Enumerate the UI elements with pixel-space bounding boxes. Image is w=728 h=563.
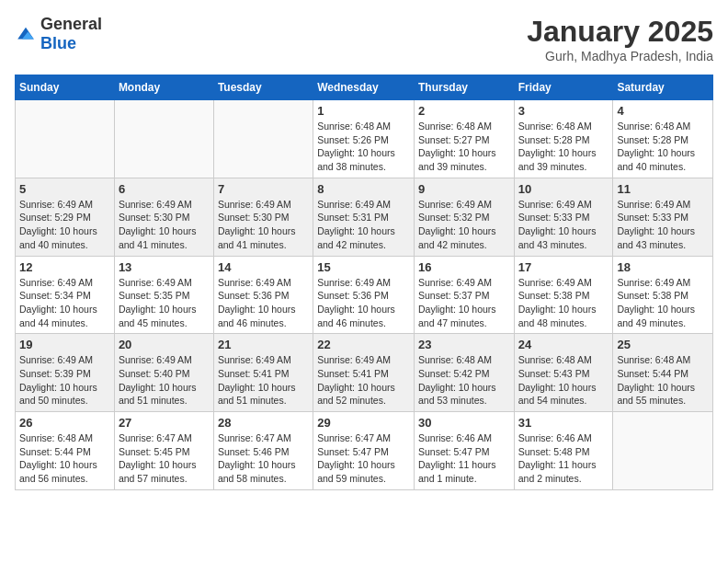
day-number: 24 (518, 338, 609, 351)
weekday-header-monday: Monday (114, 75, 213, 100)
day-number: 20 (119, 338, 210, 351)
day-number: 21 (218, 338, 309, 351)
weekday-header-friday: Friday (514, 75, 613, 100)
day-info: Sunrise: 6:48 AM Sunset: 5:27 PM Dayligh… (418, 120, 510, 174)
day-info: Sunrise: 6:49 AM Sunset: 5:30 PM Dayligh… (119, 198, 210, 252)
day-number: 6 (119, 182, 210, 196)
logo: General Blue (15, 15, 102, 53)
day-info: Sunrise: 6:47 AM Sunset: 5:45 PM Dayligh… (119, 431, 210, 486)
calendar-cell: 3Sunrise: 6:48 AM Sunset: 5:28 PM Daylig… (514, 100, 613, 178)
day-info: Sunrise: 6:49 AM Sunset: 5:41 PM Dayligh… (317, 353, 410, 408)
day-info: Sunrise: 6:49 AM Sunset: 5:30 PM Dayligh… (218, 198, 309, 252)
day-number: 7 (218, 182, 309, 196)
day-info: Sunrise: 6:48 AM Sunset: 5:44 PM Dayligh… (617, 353, 709, 408)
calendar-cell: 9Sunrise: 6:49 AM Sunset: 5:32 PM Daylig… (414, 178, 514, 256)
calendar-cell: 26Sunrise: 6:48 AM Sunset: 5:44 PM Dayli… (16, 412, 115, 490)
day-info: Sunrise: 6:49 AM Sunset: 5:31 PM Dayligh… (317, 198, 410, 252)
day-number: 22 (317, 338, 410, 351)
logo-icon (15, 23, 37, 45)
calendar-cell: 29Sunrise: 6:47 AM Sunset: 5:47 PM Dayli… (313, 412, 415, 490)
title-block: January 2025 Gurh, Madhya Pradesh, India (527, 15, 713, 63)
day-info: Sunrise: 6:48 AM Sunset: 5:26 PM Dayligh… (317, 120, 410, 174)
day-number: 8 (317, 182, 410, 196)
calendar-cell: 18Sunrise: 6:49 AM Sunset: 5:38 PM Dayli… (613, 256, 713, 334)
day-number: 17 (518, 260, 609, 274)
calendar-cell: 16Sunrise: 6:49 AM Sunset: 5:37 PM Dayli… (414, 256, 514, 334)
calendar-cell: 11Sunrise: 6:49 AM Sunset: 5:33 PM Dayli… (613, 178, 713, 256)
calendar-cell: 8Sunrise: 6:49 AM Sunset: 5:31 PM Daylig… (313, 178, 415, 256)
day-number: 31 (518, 416, 609, 430)
day-number: 25 (617, 338, 709, 351)
calendar-cell: 23Sunrise: 6:48 AM Sunset: 5:42 PM Dayli… (414, 334, 514, 412)
calendar-cell: 21Sunrise: 6:49 AM Sunset: 5:41 PM Dayli… (213, 334, 313, 412)
day-info: Sunrise: 6:47 AM Sunset: 5:46 PM Dayligh… (218, 431, 309, 486)
day-info: Sunrise: 6:49 AM Sunset: 5:36 PM Dayligh… (218, 276, 309, 330)
calendar-cell (213, 100, 313, 178)
day-info: Sunrise: 6:46 AM Sunset: 5:47 PM Dayligh… (418, 431, 510, 486)
day-number: 14 (218, 260, 309, 274)
day-info: Sunrise: 6:49 AM Sunset: 5:40 PM Dayligh… (119, 353, 210, 408)
weekday-header-tuesday: Tuesday (213, 75, 313, 100)
calendar-week-row: 5Sunrise: 6:49 AM Sunset: 5:29 PM Daylig… (16, 178, 713, 256)
calendar-cell: 20Sunrise: 6:49 AM Sunset: 5:40 PM Dayli… (114, 334, 213, 412)
day-info: Sunrise: 6:49 AM Sunset: 5:37 PM Dayligh… (418, 276, 510, 330)
day-number: 1 (317, 104, 410, 118)
calendar-cell: 10Sunrise: 6:49 AM Sunset: 5:33 PM Dayli… (514, 178, 613, 256)
calendar-week-row: 1Sunrise: 6:48 AM Sunset: 5:26 PM Daylig… (16, 100, 713, 178)
calendar-week-row: 26Sunrise: 6:48 AM Sunset: 5:44 PM Dayli… (16, 412, 713, 490)
weekday-header-saturday: Saturday (613, 75, 713, 100)
calendar-week-row: 12Sunrise: 6:49 AM Sunset: 5:34 PM Dayli… (16, 256, 713, 334)
day-number: 10 (518, 182, 609, 196)
day-number: 27 (119, 416, 210, 430)
calendar-cell (114, 100, 213, 178)
weekday-header-row: SundayMondayTuesdayWednesdayThursdayFrid… (16, 75, 713, 100)
day-number: 30 (418, 416, 510, 430)
day-info: Sunrise: 6:48 AM Sunset: 5:28 PM Dayligh… (617, 120, 709, 174)
calendar-cell: 5Sunrise: 6:49 AM Sunset: 5:29 PM Daylig… (16, 178, 115, 256)
day-number: 16 (418, 260, 510, 274)
calendar-table: SundayMondayTuesdayWednesdayThursdayFrid… (15, 75, 713, 490)
day-info: Sunrise: 6:49 AM Sunset: 5:29 PM Dayligh… (19, 198, 110, 252)
day-number: 15 (317, 260, 410, 274)
day-number: 19 (19, 338, 110, 351)
day-number: 28 (218, 416, 309, 430)
logo-blue-text: Blue (40, 34, 76, 52)
calendar-cell: 25Sunrise: 6:48 AM Sunset: 5:44 PM Dayli… (613, 334, 713, 412)
calendar-cell: 14Sunrise: 6:49 AM Sunset: 5:36 PM Dayli… (213, 256, 313, 334)
day-number: 11 (617, 182, 709, 196)
calendar-cell: 27Sunrise: 6:47 AM Sunset: 5:45 PM Dayli… (114, 412, 213, 490)
day-info: Sunrise: 6:49 AM Sunset: 5:38 PM Dayligh… (617, 276, 709, 330)
day-number: 13 (119, 260, 210, 274)
logo-general-text: General (40, 15, 102, 33)
day-info: Sunrise: 6:49 AM Sunset: 5:33 PM Dayligh… (617, 198, 709, 252)
calendar-cell: 24Sunrise: 6:48 AM Sunset: 5:43 PM Dayli… (514, 334, 613, 412)
calendar-cell: 13Sunrise: 6:49 AM Sunset: 5:35 PM Dayli… (114, 256, 213, 334)
day-info: Sunrise: 6:49 AM Sunset: 5:34 PM Dayligh… (19, 276, 110, 330)
calendar-cell: 22Sunrise: 6:49 AM Sunset: 5:41 PM Dayli… (313, 334, 415, 412)
day-info: Sunrise: 6:49 AM Sunset: 5:33 PM Dayligh… (518, 198, 609, 252)
calendar-cell: 17Sunrise: 6:49 AM Sunset: 5:38 PM Dayli… (514, 256, 613, 334)
calendar-cell: 19Sunrise: 6:49 AM Sunset: 5:39 PM Dayli… (16, 334, 115, 412)
calendar-cell: 28Sunrise: 6:47 AM Sunset: 5:46 PM Dayli… (213, 412, 313, 490)
day-info: Sunrise: 6:46 AM Sunset: 5:48 PM Dayligh… (518, 431, 609, 486)
day-number: 29 (317, 416, 410, 430)
day-info: Sunrise: 6:48 AM Sunset: 5:42 PM Dayligh… (418, 353, 510, 408)
day-number: 18 (617, 260, 709, 274)
day-info: Sunrise: 6:47 AM Sunset: 5:47 PM Dayligh… (317, 431, 410, 486)
day-number: 4 (617, 104, 709, 118)
day-number: 9 (418, 182, 510, 196)
calendar-cell (16, 100, 115, 178)
day-info: Sunrise: 6:48 AM Sunset: 5:43 PM Dayligh… (518, 353, 609, 408)
day-info: Sunrise: 6:49 AM Sunset: 5:32 PM Dayligh… (418, 198, 510, 252)
calendar-cell: 15Sunrise: 6:49 AM Sunset: 5:36 PM Dayli… (313, 256, 415, 334)
day-info: Sunrise: 6:49 AM Sunset: 5:41 PM Dayligh… (218, 353, 309, 408)
calendar-cell: 6Sunrise: 6:49 AM Sunset: 5:30 PM Daylig… (114, 178, 213, 256)
day-info: Sunrise: 6:49 AM Sunset: 5:35 PM Dayligh… (119, 276, 210, 330)
day-info: Sunrise: 6:49 AM Sunset: 5:38 PM Dayligh… (518, 276, 609, 330)
calendar-cell: 4Sunrise: 6:48 AM Sunset: 5:28 PM Daylig… (613, 100, 713, 178)
calendar-cell (613, 412, 713, 490)
day-number: 26 (19, 416, 110, 430)
day-number: 23 (418, 338, 510, 351)
calendar-cell: 1Sunrise: 6:48 AM Sunset: 5:26 PM Daylig… (313, 100, 415, 178)
calendar-subtitle: Gurh, Madhya Pradesh, India (527, 49, 713, 63)
